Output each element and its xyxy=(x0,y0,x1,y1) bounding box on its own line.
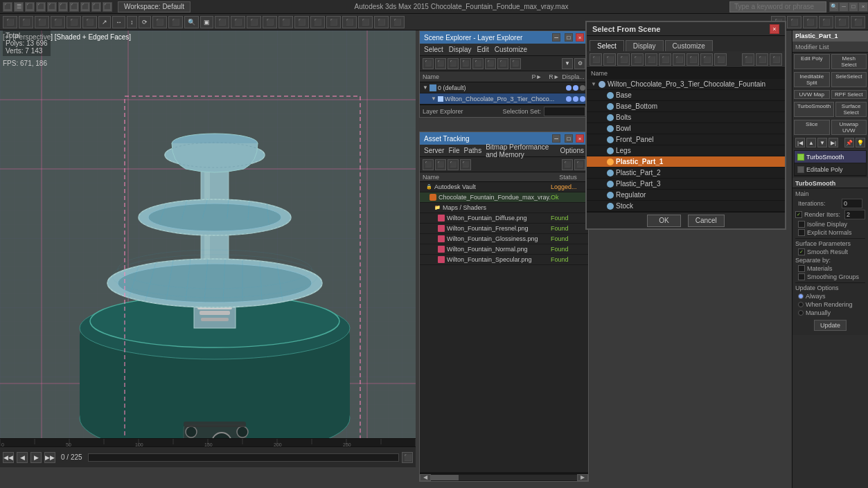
asset-row-vault[interactable]: 🔒 Autodesk Vault Logged... xyxy=(420,182,588,192)
smooth-result-checkbox[interactable]: ✓ xyxy=(798,248,805,255)
toolbar-btn-11[interactable]: ⬛ xyxy=(152,16,167,28)
sfs-row-base-bottom[interactable]: Base_Bottom xyxy=(587,101,785,112)
when-rendering-radio[interactable] xyxy=(798,302,804,307)
asset-row-specular[interactable]: Wilton_Fountain_Specular.png Found xyxy=(420,255,588,265)
toolbar-btn-right-5[interactable]: ⬛ xyxy=(835,16,849,28)
scene-explorer-minimize[interactable]: ─ xyxy=(552,33,560,42)
app-icon-4[interactable]: ⬛ xyxy=(36,2,46,12)
search-input[interactable] xyxy=(729,1,826,12)
sfs-row-plastic1[interactable]: Plastic_Part_1 xyxy=(587,156,785,168)
toolbar-btn-22[interactable]: ⬛ xyxy=(342,16,357,28)
toolbar-btn-2[interactable]: ⬛ xyxy=(19,16,33,28)
toolbar-btn-right-4[interactable]: ⬛ xyxy=(819,16,833,28)
scene-row-default[interactable]: ▼ 0 (default) xyxy=(420,82,588,93)
sfs-row-plastic3[interactable]: Plastic_Part_3 xyxy=(587,179,785,190)
app-icon-5[interactable]: ⬛ xyxy=(47,2,57,12)
turbosmooth-btn[interactable]: TurboSmooth xyxy=(794,102,834,117)
toolbar-btn-9[interactable]: ↕ xyxy=(127,16,137,28)
mod-nav-up[interactable]: ▲ xyxy=(806,138,816,147)
minimize-icon[interactable]: ─ xyxy=(839,2,849,12)
se-tb-btn-3[interactable]: ⬛ xyxy=(448,58,459,69)
se-tb-btn-5[interactable]: ⬛ xyxy=(472,58,484,69)
mod-pin[interactable]: 📌 xyxy=(844,138,854,147)
toolbar-btn-13[interactable]: 🔍 xyxy=(184,16,199,28)
seleselect-btn[interactable]: SeleSelect xyxy=(831,72,867,87)
toolbar-btn-6[interactable]: ⬛ xyxy=(82,16,97,28)
scene-row-fountain[interactable]: ▼ Wilton_Chocolate_Pro_3_Tier_Choco... xyxy=(420,93,588,105)
toolbar-btn-7[interactable]: ↗ xyxy=(98,16,111,28)
search-icon[interactable]: 🔍 xyxy=(829,2,839,12)
toolbar-btn-19[interactable]: ⬛ xyxy=(294,16,309,28)
sfs-row-bolts[interactable]: Bolts xyxy=(587,112,785,123)
se-tb-btn-4[interactable]: ⬛ xyxy=(460,58,471,69)
toolbar-btn-20[interactable]: ⬛ xyxy=(310,16,325,28)
sfs-tb-bone[interactable]: ⬛ xyxy=(700,53,713,66)
at-tb-btn-1[interactable]: ⬛ xyxy=(423,159,434,170)
asset-menu-paths[interactable]: Paths xyxy=(464,147,482,154)
at-tb-btn-right[interactable]: ⬛ xyxy=(562,159,573,170)
mod-light[interactable]: 💡 xyxy=(856,138,865,147)
isoline-checkbox[interactable] xyxy=(798,221,805,228)
sfs-tb-geo[interactable]: ⬛ xyxy=(631,53,644,66)
scroll-right[interactable]: ▶ xyxy=(577,474,588,481)
at-tb-btn-4[interactable]: ⬛ xyxy=(460,159,471,170)
timeline-track[interactable] xyxy=(88,453,399,462)
asset-tracking-minimize[interactable]: ─ xyxy=(552,134,560,143)
sfs-tb-view[interactable]: ⬛ xyxy=(770,53,782,66)
slice-btn[interactable]: Slice xyxy=(794,120,830,135)
timeline-end-btn[interactable]: ⬛ xyxy=(402,452,413,463)
app-icon-10[interactable]: ⬛ xyxy=(103,2,112,12)
explicit-normals-checkbox[interactable] xyxy=(798,229,805,236)
asset-tracking-maximize[interactable]: □ xyxy=(565,134,573,143)
at-tb-btn-right2[interactable]: ⬛ xyxy=(574,159,585,170)
app-icon-6[interactable]: ⬛ xyxy=(58,2,68,12)
toolbar-btn-8[interactable]: ↔ xyxy=(112,16,125,28)
se-tb-btn-filter[interactable]: ▼ xyxy=(562,58,573,69)
toolbar-btn-25[interactable]: ⬛ xyxy=(390,16,405,28)
maximize-icon[interactable]: □ xyxy=(849,2,858,12)
mod-nav-right[interactable]: ▶| xyxy=(829,138,838,147)
rpf-select-btn[interactable]: RPF Select xyxy=(831,90,867,99)
toolbar-btn-14[interactable]: ⬛ xyxy=(215,16,229,28)
sfs-tab-select[interactable]: Select xyxy=(590,40,624,51)
asset-row-maxfile[interactable]: Chocolate_Fountain_Fondue_max_vray.max O… xyxy=(420,192,588,203)
toolbar-btn-24[interactable]: ⬛ xyxy=(374,16,389,28)
sfs-tb-none[interactable]: ⬛ xyxy=(603,53,616,66)
selection-set-input[interactable] xyxy=(544,107,585,116)
asset-menu-bitmap[interactable]: Bitmap Performance and Memory xyxy=(486,143,556,159)
se-tb-btn-2[interactable]: ⬛ xyxy=(435,58,446,69)
play-btn[interactable]: ◀◀ xyxy=(3,452,14,463)
scene-menu-edit[interactable]: Edit xyxy=(477,46,489,53)
prev-frame-btn[interactable]: ◀ xyxy=(17,452,28,463)
3d-viewport[interactable]: [+] [Perspective] [Shaded + Edged Faces] xyxy=(0,30,416,467)
sfs-tab-customize[interactable]: Customize xyxy=(665,40,713,51)
asset-row-normal[interactable]: Wilton_Fountain_Normal.png Found xyxy=(420,244,588,255)
modifier-stack-editable-poly[interactable]: Editable Poly xyxy=(795,163,866,176)
sfs-tb-light[interactable]: ⬛ xyxy=(659,53,671,66)
sfs-tb-all[interactable]: ⬛ xyxy=(590,53,602,66)
sfs-row-root[interactable]: ▼ Wilton_Chocolate_Pro_3_Tier_Chocolate_… xyxy=(587,79,785,90)
sfs-row-regulator[interactable]: Regulator xyxy=(587,190,785,201)
mesh-select-btn[interactable]: Mesh Select xyxy=(831,54,867,69)
se-tb-btn-6[interactable]: ⬛ xyxy=(485,58,496,69)
scene-explorer-close[interactable]: × xyxy=(576,33,584,42)
toolbar-btn-5[interactable]: ⬛ xyxy=(67,16,81,28)
edit-poly-btn[interactable]: Edit Poly xyxy=(794,54,830,69)
toolbar-btn-18[interactable]: ⬛ xyxy=(278,16,293,28)
toolbar-btn-1[interactable]: ⬛ xyxy=(3,16,17,28)
sfs-row-legs[interactable]: Legs xyxy=(587,145,785,156)
scroll-thumb[interactable] xyxy=(431,475,459,480)
toolbar-btn-17[interactable]: ⬛ xyxy=(263,16,277,28)
uvw-map-btn[interactable]: UVW Map xyxy=(794,90,830,99)
update-button[interactable]: Update xyxy=(814,320,847,331)
toolbar-btn-21[interactable]: ⬛ xyxy=(326,16,341,28)
next-frame-btn[interactable]: ▶▶ xyxy=(44,452,55,463)
app-icon-1[interactable]: ⬛ xyxy=(3,2,12,12)
at-tb-btn-3[interactable]: ⬛ xyxy=(448,159,459,170)
workspace-button[interactable]: Workspace: Default xyxy=(118,1,191,12)
sfs-cancel-button[interactable]: Cancel xyxy=(688,215,725,227)
render-iters-input[interactable] xyxy=(844,210,865,219)
close-icon[interactable]: × xyxy=(858,2,868,12)
unwrap-uvw-btn[interactable]: Unwrap UVW xyxy=(831,120,867,135)
render-iters-checkbox[interactable]: ✓ xyxy=(795,211,802,218)
